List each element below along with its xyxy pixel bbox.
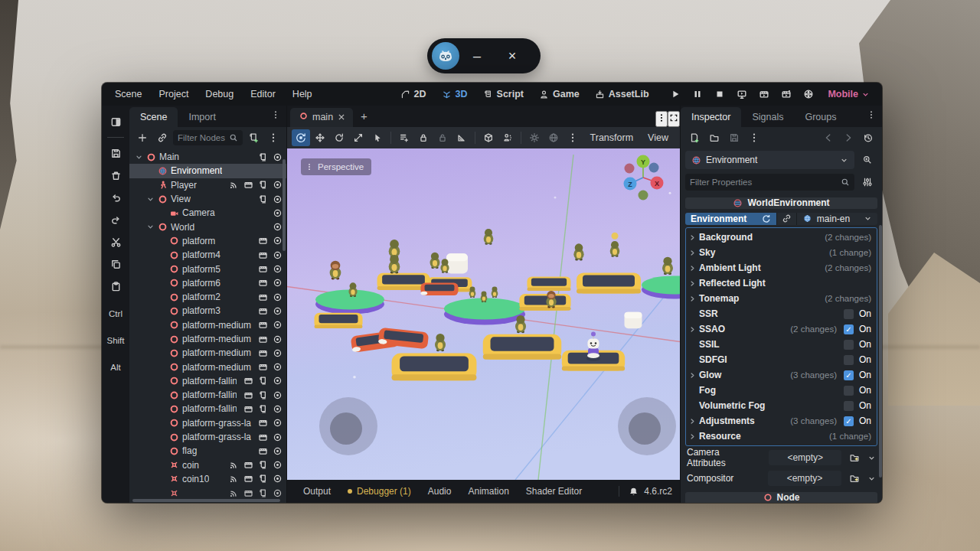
checkbox-off[interactable] <box>844 355 854 365</box>
clapper-icon[interactable] <box>257 305 269 317</box>
expand-arrow-icon[interactable] <box>689 433 697 440</box>
left-joystick[interactable] <box>319 397 377 455</box>
scene-tree-scrollbar[interactable] <box>283 159 286 251</box>
mode-2d-button[interactable]: 2D <box>394 86 433 102</box>
clapper-icon[interactable] <box>257 361 269 373</box>
eye-icon[interactable] <box>272 390 283 401</box>
axis-gizmo[interactable]: Y Z X <box>616 155 670 202</box>
scene-dock-tab-import[interactable]: Import <box>178 107 226 127</box>
tree-node-platform5[interactable]: platform5 <box>129 262 286 276</box>
clapper-icon[interactable] <box>243 390 254 401</box>
close-button[interactable]: × <box>495 48 530 64</box>
menu-editor[interactable]: Editor <box>242 86 284 102</box>
snap-button[interactable] <box>479 129 498 146</box>
tree-node-platform-medium[interactable]: platform-medium <box>129 318 286 332</box>
environment-resource-dropdown[interactable]: main-en <box>796 213 877 225</box>
bottom-tab-debugger-1-[interactable]: Debugger (1) <box>339 482 420 500</box>
clapper-icon[interactable] <box>243 403 254 415</box>
tree-node-platform-medium2[interactable]: platform-medium2 <box>129 332 286 346</box>
scene-dock-tab-scene[interactable]: Scene <box>129 107 178 127</box>
clapper-icon[interactable] <box>257 263 269 275</box>
preview-mode-button[interactable] <box>498 129 517 146</box>
perspective-menu[interactable]: Perspective <box>301 158 371 175</box>
menu-help[interactable]: Help <box>284 86 321 102</box>
collapse-arrow-icon[interactable] <box>145 223 155 230</box>
script-icon[interactable] <box>257 459 269 471</box>
close-tab-icon[interactable] <box>338 113 345 121</box>
modifier-ctrl-button[interactable]: Ctrl <box>107 305 124 323</box>
expand-arrow-icon[interactable] <box>689 326 697 333</box>
save-button[interactable] <box>106 143 126 163</box>
filter-properties-input[interactable] <box>690 178 837 187</box>
checkbox-off[interactable] <box>844 340 854 350</box>
mode-script-button[interactable]: Script <box>477 86 530 102</box>
collapse-arrow-icon[interactable] <box>145 196 155 203</box>
clapper-icon[interactable] <box>243 459 254 471</box>
cut-button[interactable] <box>106 232 126 252</box>
tree-node-view[interactable]: View <box>129 192 286 206</box>
resource-link-button[interactable] <box>776 213 796 225</box>
expand-arrow-icon[interactable] <box>689 372 697 379</box>
tree-node-platform6[interactable]: platform6 <box>129 276 286 290</box>
script-icon[interactable] <box>257 487 269 499</box>
orbit-tool-button[interactable] <box>292 129 310 146</box>
environment-property-label[interactable]: Environment <box>685 213 776 225</box>
new-scene-tab-button[interactable]: + <box>353 108 375 127</box>
tree-node-platform-falling[interactable]: platform-falling <box>129 374 286 388</box>
move-tool-button[interactable] <box>311 129 329 146</box>
property-resource[interactable]: Resource(1 change) <box>686 429 877 444</box>
script-icon[interactable] <box>257 179 269 191</box>
eye-icon[interactable] <box>272 417 283 429</box>
pause-button[interactable] <box>689 86 706 103</box>
eye-icon[interactable] <box>272 473 283 484</box>
select-list-button[interactable] <box>395 129 413 146</box>
bottom-tab-animation[interactable]: Animation <box>459 482 517 500</box>
remote-button[interactable] <box>733 86 750 103</box>
load-resource-button[interactable] <box>846 448 863 467</box>
property-sky[interactable]: Sky(1 change) <box>686 245 877 260</box>
history-back-button[interactable] <box>819 129 838 146</box>
property-reflected-light[interactable]: Reflected Light <box>686 276 877 291</box>
tree-node-world[interactable]: World <box>129 220 286 233</box>
eye-icon[interactable] <box>272 249 283 261</box>
clapper-icon[interactable] <box>243 487 254 499</box>
tree-node-platform[interactable]: platform <box>129 234 286 248</box>
eye-icon[interactable] <box>272 221 283 233</box>
edited-object-dropdown[interactable]: Environment <box>685 151 854 169</box>
menu-project[interactable]: Project <box>150 86 197 102</box>
tree-node-main[interactable]: Main <box>129 150 286 164</box>
expand-arrow-icon[interactable] <box>689 418 697 425</box>
clapper-icon[interactable] <box>257 277 269 289</box>
collapse-arrow-icon[interactable] <box>134 154 143 161</box>
add-node-button[interactable] <box>133 129 152 146</box>
property-tools-button[interactable] <box>858 173 877 191</box>
expand-arrow-icon[interactable] <box>689 234 697 241</box>
eye-icon[interactable] <box>272 319 283 331</box>
panel-toggle-button[interactable] <box>106 112 126 132</box>
property-sdfgi[interactable]: SDFGIOn <box>686 352 877 367</box>
view-menu-button[interactable]: View <box>641 129 675 146</box>
inspector-tab-groups[interactable]: Groups <box>794 107 847 127</box>
instance-scene-button[interactable] <box>153 129 172 146</box>
eye-icon[interactable] <box>272 292 283 303</box>
inspector-scrollbar[interactable] <box>879 225 882 478</box>
ruler-tool-button[interactable] <box>452 129 471 146</box>
expand-arrow-icon[interactable] <box>689 265 697 272</box>
expand-viewport-button[interactable] <box>668 111 680 127</box>
scene-tree-menu-button[interactable] <box>264 129 283 146</box>
property-adjustments[interactable]: Adjustments(3 changes)✓On <box>686 413 877 429</box>
property-ssao[interactable]: SSAO(2 changes)✓On <box>686 321 877 337</box>
resource-value[interactable]: <empty> <box>768 471 841 486</box>
expand-arrow-icon[interactable] <box>689 295 697 302</box>
preview-environment-button[interactable] <box>544 129 563 146</box>
clapper-icon[interactable] <box>243 179 254 191</box>
tree-node-platform-falling3[interactable]: platform-falling3 <box>129 402 286 416</box>
tree-node-coin10[interactable]: coin10 <box>129 472 286 486</box>
mode-3d-button[interactable]: 3D <box>436 86 474 102</box>
history-forward-button[interactable] <box>839 129 858 146</box>
rotate-tool-button[interactable] <box>330 129 348 146</box>
eye-icon[interactable] <box>272 194 283 205</box>
bottom-tab-audio[interactable]: Audio <box>420 482 460 500</box>
eye-icon[interactable] <box>272 277 283 289</box>
copy-button[interactable] <box>106 254 126 274</box>
